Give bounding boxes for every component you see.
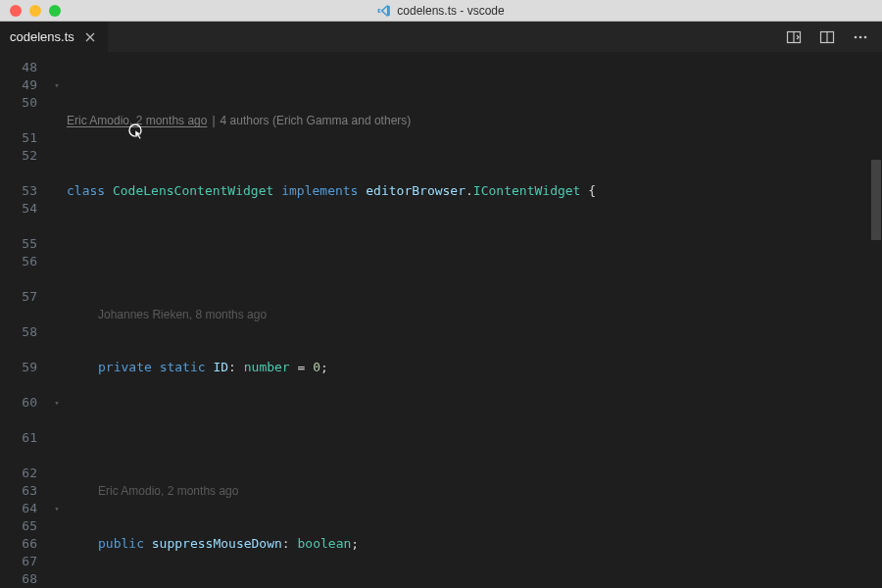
line-number: 54 [0, 200, 47, 218]
mac-titlebar: codelens.ts - vscode [0, 0, 882, 22]
fold-spacer [47, 482, 67, 500]
line-number: 68 [0, 570, 47, 588]
tab-label: codelens.ts [10, 29, 74, 44]
fold-toggle-icon[interactable]: ▾ [47, 394, 67, 412]
codelens-summary: 4 authors (Erich Gamma and others) [220, 112, 412, 129]
fold-spacer [47, 129, 67, 147]
line-number: 49 [0, 76, 47, 94]
fold-spacer [47, 535, 67, 553]
codelens-author-link[interactable]: Eric Amodio, 2 months ago [67, 112, 207, 129]
line-number-gutter: 4849505152535455565758596061626364656667… [0, 53, 47, 588]
line-number: 56 [0, 253, 47, 270]
line-number [0, 165, 47, 182]
fold-spacer [47, 306, 67, 323]
fold-spacer [47, 412, 67, 429]
blame-annotation: Johannes Rieken, 8 months ago [67, 306, 882, 323]
line-number: 65 [0, 517, 47, 535]
fold-spacer [47, 218, 67, 235]
line-number: 59 [0, 359, 47, 376]
code-line: class CodeLensContentWidget implements e… [67, 182, 882, 200]
code-area[interactable]: Eric Amodio, 2 months ago | 4 authors (E… [67, 53, 882, 588]
svg-point-4 [864, 35, 867, 38]
fold-spacer [47, 253, 67, 270]
blame-annotation: Eric Amodio, 2 months ago [67, 482, 882, 500]
traffic-lights [0, 5, 61, 17]
line-number: 66 [0, 535, 47, 553]
line-number: 58 [0, 323, 47, 341]
codelens-annotation: Eric Amodio, 2 months ago | 4 authors (E… [67, 112, 882, 129]
line-number: 60 [0, 394, 47, 412]
editor[interactable]: 4849505152535455565758596061626364656667… [0, 53, 882, 588]
code-line [67, 235, 882, 253]
line-number [0, 376, 47, 394]
fold-spacer [47, 270, 67, 288]
vertical-scrollbar[interactable] [870, 53, 882, 588]
fold-spacer [47, 553, 67, 570]
code-line: private static ID: number = 0; [67, 359, 882, 376]
fold-spacer [47, 112, 67, 129]
line-number: 62 [0, 465, 47, 482]
fold-gutter: ▾▾▾ [47, 53, 67, 588]
fold-spacer [47, 165, 67, 182]
line-number: 61 [0, 429, 47, 447]
zoom-window-button[interactable] [49, 5, 61, 17]
fold-spacer [47, 94, 67, 112]
fold-spacer [47, 447, 67, 465]
line-number: 51 [0, 129, 47, 147]
fold-spacer [47, 376, 67, 394]
line-number [0, 447, 47, 465]
fold-spacer [47, 323, 67, 341]
more-icon[interactable] [851, 27, 870, 47]
line-number [0, 112, 47, 129]
tab-bar: codelens.ts [0, 22, 882, 53]
fold-toggle-icon[interactable]: ▾ [47, 500, 67, 517]
line-number [0, 306, 47, 323]
line-number: 53 [0, 182, 47, 200]
fold-spacer [47, 59, 67, 76]
code-line: public suppressMouseDown: boolean; [67, 535, 882, 553]
fold-spacer [47, 570, 67, 588]
line-number: 63 [0, 482, 47, 500]
fold-spacer [47, 429, 67, 447]
minimize-window-button[interactable] [29, 5, 41, 17]
split-editor-icon[interactable] [817, 27, 837, 47]
fold-spacer [47, 235, 67, 253]
fold-spacer [47, 288, 67, 306]
tab-codelens[interactable]: codelens.ts [0, 22, 108, 52]
svg-point-3 [859, 35, 862, 38]
code-line [67, 412, 882, 429]
line-number [0, 218, 47, 235]
line-number: 57 [0, 288, 47, 306]
line-number: 67 [0, 553, 47, 570]
fold-spacer [47, 182, 67, 200]
window-title: codelens.ts - vscode [0, 4, 882, 18]
line-number: 48 [0, 59, 47, 76]
scrollbar-thumb[interactable] [871, 160, 881, 240]
split-compare-icon[interactable] [784, 27, 804, 47]
vscode-icon [377, 4, 391, 18]
line-number: 55 [0, 235, 47, 253]
editor-actions [784, 22, 882, 52]
fold-spacer [47, 147, 67, 165]
close-window-button[interactable] [10, 5, 22, 17]
fold-spacer [47, 465, 67, 482]
line-number [0, 270, 47, 288]
fold-spacer [47, 517, 67, 535]
fold-spacer [47, 200, 67, 218]
codelens-separator: | [212, 112, 215, 129]
line-number: 64 [0, 500, 47, 517]
line-number: 50 [0, 94, 47, 112]
line-number: 52 [0, 147, 47, 165]
fold-toggle-icon[interactable]: ▾ [47, 76, 67, 94]
line-number [0, 341, 47, 359]
window-title-text: codelens.ts - vscode [397, 4, 504, 18]
close-icon[interactable] [82, 29, 98, 45]
fold-spacer [47, 341, 67, 359]
line-number [0, 412, 47, 429]
svg-point-2 [855, 35, 858, 38]
fold-spacer [47, 359, 67, 376]
